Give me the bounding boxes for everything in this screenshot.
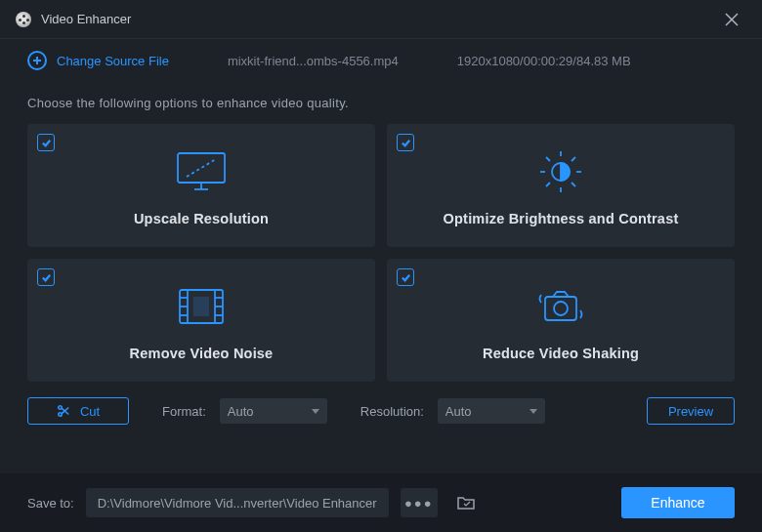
card-label: Remove Video Noise bbox=[130, 346, 274, 361]
svg-line-16 bbox=[572, 157, 575, 161]
svg-rect-27 bbox=[545, 297, 576, 320]
close-icon bbox=[725, 13, 739, 26]
open-folder-button[interactable] bbox=[449, 488, 483, 517]
card-reduce-shaking[interactable]: Reduce Video Shaking bbox=[387, 259, 735, 382]
cut-button[interactable]: Cut bbox=[27, 397, 129, 425]
scissors-icon bbox=[57, 404, 70, 418]
format-label: Format: bbox=[162, 404, 206, 419]
camera-shake-icon bbox=[535, 279, 586, 334]
svg-line-5 bbox=[187, 159, 216, 177]
close-button[interactable] bbox=[717, 5, 746, 34]
svg-point-30 bbox=[59, 413, 63, 417]
instruction-text: Choose the following options to enhance … bbox=[0, 82, 762, 124]
preview-button[interactable]: Preview bbox=[647, 397, 735, 425]
options-bar: Cut Format: Auto Resolution: Auto Previe… bbox=[0, 382, 762, 440]
resolution-value: Auto bbox=[445, 404, 472, 419]
card-label: Optimize Brightness and Contrast bbox=[444, 211, 679, 226]
brightness-icon bbox=[537, 144, 584, 199]
card-brightness-contrast[interactable]: Optimize Brightness and Contrast bbox=[387, 124, 735, 247]
save-path-field[interactable]: D:\Vidmore\Vidmore Vid...nverter\Video E… bbox=[86, 488, 389, 517]
film-icon bbox=[177, 279, 226, 334]
plus-icon bbox=[32, 56, 42, 65]
format-select[interactable]: Auto bbox=[220, 398, 327, 424]
add-source-button[interactable] bbox=[27, 51, 47, 70]
svg-point-28 bbox=[554, 302, 568, 315]
source-metadata: 1920x1080/00:00:29/84.83 MB bbox=[457, 54, 631, 68]
card-remove-noise[interactable]: Remove Video Noise bbox=[27, 259, 375, 382]
titlebar: Video Enhancer bbox=[0, 0, 762, 39]
resolution-select[interactable]: Auto bbox=[438, 398, 545, 424]
save-to-label: Save to: bbox=[27, 496, 74, 511]
cut-label: Cut bbox=[80, 404, 100, 419]
checkbox-noise[interactable] bbox=[37, 268, 55, 286]
monitor-icon bbox=[175, 144, 228, 199]
resolution-label: Resolution: bbox=[360, 404, 424, 419]
card-label: Upscale Resolution bbox=[134, 211, 269, 226]
svg-line-13 bbox=[546, 157, 550, 161]
card-upscale-resolution[interactable]: Upscale Resolution bbox=[27, 124, 375, 247]
svg-line-14 bbox=[572, 183, 575, 186]
checkbox-brightness[interactable] bbox=[397, 134, 414, 151]
change-source-link[interactable]: Change Source File bbox=[57, 54, 169, 68]
svg-rect-26 bbox=[193, 297, 209, 316]
palette-icon bbox=[16, 12, 31, 27]
svg-rect-4 bbox=[178, 153, 225, 183]
svg-line-15 bbox=[546, 183, 550, 186]
window-title: Video Enhancer bbox=[41, 12, 131, 26]
footer-bar: Save to: D:\Vidmore\Vidmore Vid...nverte… bbox=[0, 473, 762, 532]
svg-point-29 bbox=[59, 406, 63, 410]
browse-button[interactable]: ●●● bbox=[401, 488, 438, 517]
enhancement-grid: Upscale Resolution Optimize Brightness a… bbox=[0, 124, 762, 382]
source-filename: mixkit-friend...ombs-4556.mp4 bbox=[228, 54, 399, 68]
checkbox-upscale[interactable] bbox=[37, 134, 55, 151]
folder-icon bbox=[456, 495, 476, 511]
format-value: Auto bbox=[228, 404, 254, 419]
checkbox-shaking[interactable] bbox=[397, 268, 414, 286]
enhance-button[interactable]: Enhance bbox=[621, 487, 735, 518]
card-label: Reduce Video Shaking bbox=[483, 346, 639, 361]
source-bar: Change Source File mixkit-friend...ombs-… bbox=[0, 39, 762, 82]
